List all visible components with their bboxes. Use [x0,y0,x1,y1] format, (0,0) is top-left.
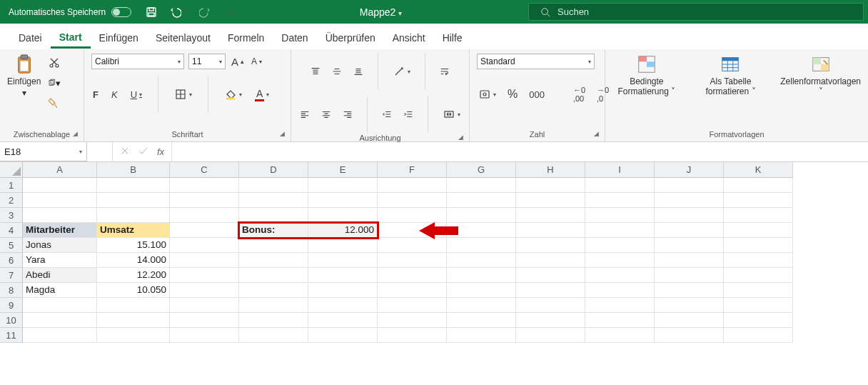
col-header[interactable]: K [724,162,793,178]
align-right-button[interactable] [341,108,354,121]
row-header[interactable]: 9 [0,298,23,313]
cell-bonus-label[interactable]: Bonus: [239,223,308,238]
row-header[interactable]: 7 [0,268,23,283]
merge-center-button[interactable]: ▾ [441,106,462,122]
col-header[interactable]: H [516,162,585,178]
row-header[interactable]: 1 [0,178,23,193]
accounting-format-button[interactable]: ▾ [477,86,498,102]
cell[interactable]: Yara [23,253,97,268]
cell[interactable]: Abedi [23,268,97,283]
align-left-button[interactable] [298,108,311,121]
decrease-font-button[interactable]: A▾ [250,55,263,68]
cell[interactable]: 10.050 [97,283,170,298]
cell-bonus-value[interactable]: 12.000 [308,223,378,238]
col-header[interactable]: A [23,162,97,178]
select-all-corner[interactable] [0,162,23,178]
decrease-indent-button[interactable] [380,108,393,121]
tab-seitenlayout[interactable]: Seitenlayout [147,26,219,49]
col-header[interactable]: J [655,162,724,178]
align-middle-button[interactable] [330,65,343,78]
tab-hilfe[interactable]: Hilfe [434,26,471,49]
italic-button[interactable]: K [110,88,119,101]
row-header[interactable]: 3 [0,208,23,223]
cell[interactable]: 14.000 [97,253,170,268]
col-header[interactable]: F [378,162,447,178]
underline-button[interactable]: U▾ [129,88,143,101]
increase-decimal-button[interactable]: ←0,00 [572,84,587,104]
font-family-dropdown[interactable]: Calibri▾ [91,54,184,69]
dialog-launcher-icon[interactable]: ◢ [594,130,599,137]
enter-formula-button[interactable] [138,146,148,158]
cell-styles-button[interactable]: Zellenformatvorlagen ˅ [780,54,861,97]
orientation-button[interactable]: ▾ [391,64,412,79]
col-header[interactable]: G [447,162,516,178]
fill-color-button[interactable]: ▾ [223,86,243,102]
wrap-text-button[interactable] [438,65,451,78]
thousands-button[interactable]: 000 [528,88,546,101]
number-format-dropdown[interactable]: Standard▾ [477,54,595,69]
copy-button[interactable]: ▾ [48,76,61,89]
conditional-formatting-button[interactable]: Bedingte Formatierung ˅ [612,54,681,97]
qat-customize-button[interactable]: ▾ [227,6,233,17]
save-button[interactable] [144,5,158,19]
cell[interactable]: Magda [23,283,97,298]
autosave-toggle[interactable]: Automatisches Speichern [0,7,140,17]
group-label-clipboard: Zwischenablage◢ [7,129,76,140]
dialog-launcher-icon[interactable]: ◢ [73,130,78,137]
search-input[interactable] [557,6,863,17]
document-title[interactable]: Mappe2▾ [233,6,528,18]
increase-indent-button[interactable] [402,108,415,121]
borders-button[interactable]: ▾ [173,86,193,102]
search-box[interactable] [528,3,864,21]
cell[interactable]: 15.100 [97,238,170,253]
align-top-button[interactable] [309,65,322,78]
row-header[interactable]: 10 [0,313,23,328]
fx-icon[interactable]: fx [157,146,164,157]
cell[interactable]: Jonas [23,238,97,253]
row-header[interactable]: 8 [0,283,23,298]
tab-ansicht[interactable]: Ansicht [384,26,434,49]
increase-font-button[interactable]: A▴ [230,54,246,69]
col-header[interactable]: C [170,162,239,178]
align-bottom-button[interactable] [352,65,365,78]
row-header[interactable]: 4 [0,223,23,238]
col-header[interactable]: B [97,162,170,178]
row-header[interactable]: 2 [0,193,23,208]
tab-daten[interactable]: Daten [273,26,316,49]
format-as-table-button[interactable]: Als Tabelle formatieren ˅ [697,54,765,97]
col-header[interactable]: I [585,162,655,178]
spreadsheet-grid[interactable]: A B C D E F G H I J K 1 2 3 4 5 6 7 8 9 … [0,162,868,343]
cut-button[interactable] [48,56,61,69]
percent-button[interactable]: % [506,86,519,102]
row-header[interactable]: 6 [0,253,23,268]
col-header[interactable]: D [239,162,308,178]
cells-area[interactable]: Mitarbeiter Umsatz Bonus: 12.000 Jonas15… [23,178,793,343]
row-header[interactable]: 5 [0,238,23,253]
font-color-button[interactable]: A▾ [253,86,271,103]
column-headers[interactable]: A B C D E F G H I J K [23,162,793,178]
align-center-button[interactable] [320,108,333,121]
tab-formeln[interactable]: Formeln [219,26,273,49]
row-header[interactable]: 11 [0,328,23,343]
cell[interactable]: 12.200 [97,268,170,283]
tab-start[interactable]: Start [51,26,91,49]
format-painter-button[interactable] [48,96,61,109]
paste-button[interactable]: Einfügen ▾ [7,54,41,98]
font-size-dropdown[interactable]: 11▾ [188,54,226,69]
tab-datei[interactable]: Datei [10,26,51,49]
tab-einfuegen[interactable]: Einfügen [91,26,147,49]
formula-input[interactable] [172,142,868,161]
cell[interactable]: Umsatz [97,223,170,238]
row-headers[interactable]: 1 2 3 4 5 6 7 8 9 10 11 [0,178,23,343]
undo-button[interactable]: ▾ [168,5,188,19]
cell[interactable]: Mitarbeiter [23,223,97,238]
col-header[interactable]: E [308,162,378,178]
name-box[interactable]: E18▾ [0,142,87,161]
redo-button[interactable]: ▾ [198,5,217,19]
dialog-launcher-icon[interactable]: ◢ [458,134,463,141]
group-clipboard: Einfügen ▾ ▾ Zwischenablage◢ [0,49,84,141]
bold-button[interactable]: F [91,88,100,101]
tab-ueberpruefen[interactable]: Überprüfen [317,26,384,49]
cancel-formula-button[interactable] [120,146,130,158]
dialog-launcher-icon[interactable]: ◢ [280,130,285,137]
